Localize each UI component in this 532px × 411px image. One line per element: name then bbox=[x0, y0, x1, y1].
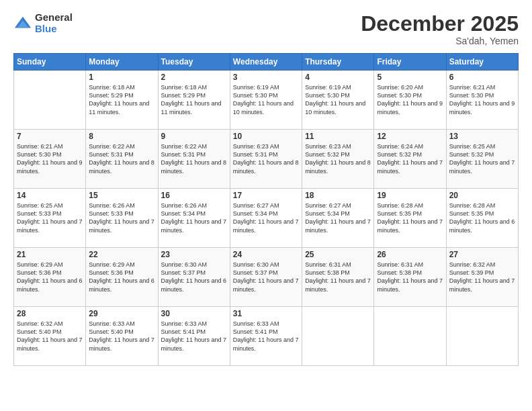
day-info: Sunrise: 6:29 AM Sunset: 5:36 PM Dayligh… bbox=[17, 261, 83, 293]
logo-text: General Blue bbox=[35, 12, 73, 34]
calendar-cell: 16Sunrise: 6:26 AM Sunset: 5:34 PM Dayli… bbox=[158, 189, 230, 248]
day-number: 25 bbox=[305, 250, 371, 259]
calendar-cell: 29Sunrise: 6:33 AM Sunset: 5:40 PM Dayli… bbox=[86, 307, 158, 366]
day-info: Sunrise: 6:18 AM Sunset: 5:29 PM Dayligh… bbox=[161, 83, 227, 116]
day-info: Sunrise: 6:29 AM Sunset: 5:36 PM Dayligh… bbox=[89, 261, 154, 293]
calendar-cell: 1Sunrise: 6:18 AM Sunset: 5:29 PM Daylig… bbox=[86, 71, 158, 130]
calendar-cell: 9Sunrise: 6:22 AM Sunset: 5:31 PM Daylig… bbox=[158, 130, 230, 189]
calendar-cell: 27Sunrise: 6:32 AM Sunset: 5:39 PM Dayli… bbox=[446, 248, 518, 307]
calendar-cell: 8Sunrise: 6:22 AM Sunset: 5:31 PM Daylig… bbox=[86, 130, 158, 189]
day-info: Sunrise: 6:31 AM Sunset: 5:38 PM Dayligh… bbox=[377, 261, 443, 293]
calendar-week-row: 7Sunrise: 6:21 AM Sunset: 5:30 PM Daylig… bbox=[14, 130, 519, 189]
calendar-cell: 2Sunrise: 6:18 AM Sunset: 5:29 PM Daylig… bbox=[158, 71, 230, 130]
day-number: 7 bbox=[17, 132, 83, 141]
day-info: Sunrise: 6:23 AM Sunset: 5:32 PM Dayligh… bbox=[305, 142, 371, 175]
calendar-week-row: 1Sunrise: 6:18 AM Sunset: 5:29 PM Daylig… bbox=[14, 71, 519, 130]
calendar-cell: 7Sunrise: 6:21 AM Sunset: 5:30 PM Daylig… bbox=[14, 130, 86, 189]
day-number: 21 bbox=[17, 250, 83, 259]
calendar-cell bbox=[374, 307, 446, 366]
day-number: 4 bbox=[305, 73, 371, 82]
weekday-header-friday: Friday bbox=[374, 54, 446, 71]
calendar-cell: 26Sunrise: 6:31 AM Sunset: 5:38 PM Dayli… bbox=[374, 248, 446, 307]
calendar-cell: 18Sunrise: 6:27 AM Sunset: 5:34 PM Dayli… bbox=[302, 189, 374, 248]
calendar-cell bbox=[446, 307, 518, 366]
calendar-cell: 6Sunrise: 6:21 AM Sunset: 5:30 PM Daylig… bbox=[446, 71, 518, 130]
calendar-cell: 25Sunrise: 6:31 AM Sunset: 5:38 PM Dayli… bbox=[302, 248, 374, 307]
calendar-cell: 19Sunrise: 6:28 AM Sunset: 5:35 PM Dayli… bbox=[374, 189, 446, 248]
day-info: Sunrise: 6:21 AM Sunset: 5:30 PM Dayligh… bbox=[449, 83, 515, 116]
day-info: Sunrise: 6:32 AM Sunset: 5:40 PM Dayligh… bbox=[17, 320, 83, 353]
calendar-cell: 12Sunrise: 6:24 AM Sunset: 5:32 PM Dayli… bbox=[374, 130, 446, 189]
day-number: 10 bbox=[233, 132, 299, 141]
day-info: Sunrise: 6:25 AM Sunset: 5:33 PM Dayligh… bbox=[17, 201, 83, 234]
day-number: 31 bbox=[233, 309, 299, 318]
calendar-week-row: 28Sunrise: 6:32 AM Sunset: 5:40 PM Dayli… bbox=[14, 307, 519, 366]
calendar-cell: 10Sunrise: 6:23 AM Sunset: 5:31 PM Dayli… bbox=[230, 130, 302, 189]
calendar-cell bbox=[14, 71, 86, 130]
day-info: Sunrise: 6:19 AM Sunset: 5:30 PM Dayligh… bbox=[233, 83, 299, 116]
calendar-cell bbox=[302, 307, 374, 366]
day-number: 13 bbox=[449, 132, 515, 141]
day-info: Sunrise: 6:31 AM Sunset: 5:38 PM Dayligh… bbox=[305, 261, 371, 293]
weekday-header-row: SundayMondayTuesdayWednesdayThursdayFrid… bbox=[14, 54, 519, 71]
month-title: December 2025 bbox=[361, 12, 519, 36]
header: General Blue December 2025 Sa'dah, Yemen bbox=[13, 12, 519, 46]
calendar-cell: 5Sunrise: 6:20 AM Sunset: 5:30 PM Daylig… bbox=[374, 71, 446, 130]
day-number: 27 bbox=[449, 250, 515, 259]
calendar-cell: 14Sunrise: 6:25 AM Sunset: 5:33 PM Dayli… bbox=[14, 189, 86, 248]
day-info: Sunrise: 6:23 AM Sunset: 5:31 PM Dayligh… bbox=[233, 142, 299, 175]
day-info: Sunrise: 6:24 AM Sunset: 5:32 PM Dayligh… bbox=[377, 142, 443, 175]
calendar-cell: 30Sunrise: 6:33 AM Sunset: 5:41 PM Dayli… bbox=[158, 307, 230, 366]
day-number: 26 bbox=[377, 250, 443, 259]
day-number: 19 bbox=[377, 191, 443, 200]
day-info: Sunrise: 6:22 AM Sunset: 5:31 PM Dayligh… bbox=[89, 142, 154, 175]
calendar-week-row: 14Sunrise: 6:25 AM Sunset: 5:33 PM Dayli… bbox=[14, 189, 519, 248]
calendar-cell: 28Sunrise: 6:32 AM Sunset: 5:40 PM Dayli… bbox=[14, 307, 86, 366]
day-number: 20 bbox=[449, 191, 515, 200]
calendar-cell: 11Sunrise: 6:23 AM Sunset: 5:32 PM Dayli… bbox=[302, 130, 374, 189]
day-number: 2 bbox=[161, 73, 227, 82]
day-number: 17 bbox=[233, 191, 299, 200]
calendar-cell: 20Sunrise: 6:28 AM Sunset: 5:35 PM Dayli… bbox=[446, 189, 518, 248]
day-number: 24 bbox=[233, 250, 299, 259]
logo-general-text: General bbox=[35, 12, 73, 24]
calendar-page: General Blue December 2025 Sa'dah, Yemen… bbox=[0, 0, 532, 411]
day-number: 12 bbox=[377, 132, 443, 141]
day-info: Sunrise: 6:33 AM Sunset: 5:41 PM Dayligh… bbox=[233, 320, 299, 353]
day-number: 9 bbox=[161, 132, 227, 141]
calendar-cell: 13Sunrise: 6:25 AM Sunset: 5:32 PM Dayli… bbox=[446, 130, 518, 189]
title-block: December 2025 Sa'dah, Yemen bbox=[361, 12, 519, 46]
weekday-header-wednesday: Wednesday bbox=[230, 54, 302, 71]
calendar-cell: 21Sunrise: 6:29 AM Sunset: 5:36 PM Dayli… bbox=[14, 248, 86, 307]
weekday-header-sunday: Sunday bbox=[14, 54, 86, 71]
calendar-cell: 15Sunrise: 6:26 AM Sunset: 5:33 PM Dayli… bbox=[86, 189, 158, 248]
location-subtitle: Sa'dah, Yemen bbox=[361, 36, 519, 46]
calendar-cell: 24Sunrise: 6:30 AM Sunset: 5:37 PM Dayli… bbox=[230, 248, 302, 307]
weekday-header-monday: Monday bbox=[86, 54, 158, 71]
day-info: Sunrise: 6:27 AM Sunset: 5:34 PM Dayligh… bbox=[305, 201, 371, 234]
day-info: Sunrise: 6:28 AM Sunset: 5:35 PM Dayligh… bbox=[377, 201, 443, 234]
day-number: 29 bbox=[89, 309, 154, 318]
day-info: Sunrise: 6:30 AM Sunset: 5:37 PM Dayligh… bbox=[233, 261, 299, 293]
day-number: 3 bbox=[233, 73, 299, 82]
day-info: Sunrise: 6:26 AM Sunset: 5:33 PM Dayligh… bbox=[89, 201, 154, 234]
day-number: 15 bbox=[89, 191, 154, 200]
calendar-table: SundayMondayTuesdayWednesdayThursdayFrid… bbox=[13, 53, 519, 366]
day-number: 23 bbox=[161, 250, 227, 259]
calendar-cell: 17Sunrise: 6:27 AM Sunset: 5:34 PM Dayli… bbox=[230, 189, 302, 248]
day-info: Sunrise: 6:18 AM Sunset: 5:29 PM Dayligh… bbox=[89, 83, 154, 116]
weekday-header-thursday: Thursday bbox=[302, 54, 374, 71]
day-info: Sunrise: 6:26 AM Sunset: 5:34 PM Dayligh… bbox=[161, 201, 227, 234]
day-number: 30 bbox=[161, 309, 227, 318]
logo-icon bbox=[13, 14, 32, 33]
day-number: 18 bbox=[305, 191, 371, 200]
day-info: Sunrise: 6:20 AM Sunset: 5:30 PM Dayligh… bbox=[377, 83, 443, 116]
day-info: Sunrise: 6:22 AM Sunset: 5:31 PM Dayligh… bbox=[161, 142, 227, 175]
day-info: Sunrise: 6:33 AM Sunset: 5:41 PM Dayligh… bbox=[161, 320, 227, 353]
calendar-cell: 4Sunrise: 6:19 AM Sunset: 5:30 PM Daylig… bbox=[302, 71, 374, 130]
day-info: Sunrise: 6:30 AM Sunset: 5:37 PM Dayligh… bbox=[161, 261, 227, 293]
calendar-cell: 31Sunrise: 6:33 AM Sunset: 5:41 PM Dayli… bbox=[230, 307, 302, 366]
logo: General Blue bbox=[13, 12, 73, 34]
weekday-header-tuesday: Tuesday bbox=[158, 54, 230, 71]
day-number: 16 bbox=[161, 191, 227, 200]
